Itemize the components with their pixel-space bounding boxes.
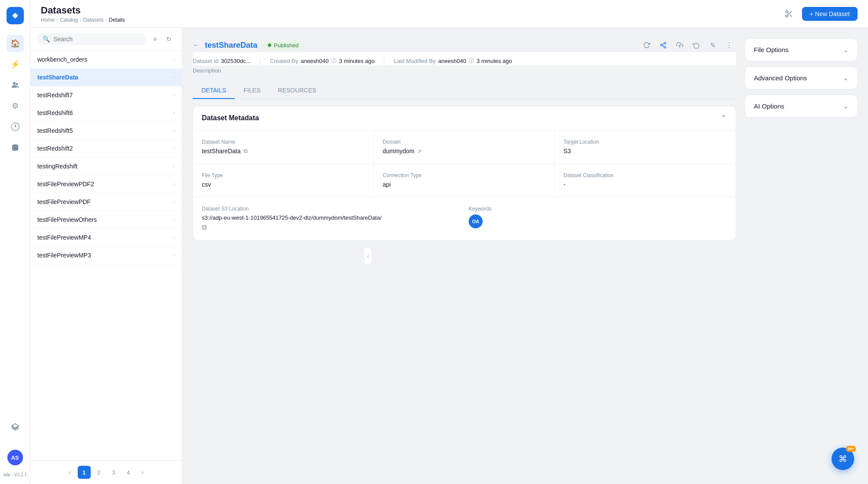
advanced-options-card: Advanced Options ⌄ [745, 66, 858, 89]
copy-s3-button[interactable]: ⧉ [202, 224, 207, 231]
svg-point-10 [661, 44, 662, 46]
nav-clock[interactable]: 🕐 [7, 118, 24, 135]
nav-groups[interactable] [7, 76, 24, 94]
sidebar-item-workbench-orders[interactable]: workbench_orders › [30, 51, 182, 69]
share-button[interactable] [656, 38, 670, 52]
page-next-button[interactable]: › [137, 466, 149, 478]
modified-time: 3 minutes ago [477, 58, 512, 64]
header-right: + New Dataset [781, 6, 858, 22]
sidebar-item-name: testShareData [37, 74, 78, 81]
sidebar-item-testing-redshift[interactable]: testingRedshift › [30, 158, 182, 175]
field-classification: Dataset Classification - [555, 164, 736, 197]
file-options-title: File Options [754, 46, 789, 53]
upload-button[interactable] [673, 38, 687, 52]
sidebar-item-file-preview-others[interactable]: testFilePreviewOthers › [30, 211, 182, 229]
page-prev-button[interactable]: ‹ [64, 466, 76, 478]
advanced-options-header[interactable]: Advanced Options ⌄ [745, 67, 857, 89]
chevron-right-icon: › [173, 163, 175, 169]
tab-files[interactable]: FILES [235, 82, 269, 99]
share-history-button[interactable] [640, 38, 654, 52]
sidebar-toggle-button[interactable]: ‹ [364, 247, 372, 265]
sidebar-item-name: testFilePreviewPDF [37, 198, 91, 205]
keywords-section: Keywords OA [469, 206, 727, 231]
page-3-button[interactable]: 3 [107, 466, 120, 479]
keywords-label: Keywords [469, 206, 727, 212]
external-link-icon[interactable]: ↗ [417, 148, 422, 155]
shortcut-icon: ⌘ [838, 454, 847, 464]
svg-line-7 [790, 15, 792, 17]
sidebar-item-name: testFilePreviewOthers [37, 216, 97, 223]
field-label: Domain [383, 139, 546, 145]
sidebar-item-test-share-data[interactable]: testShareData › [30, 69, 182, 86]
keywords-area: OA [469, 214, 727, 228]
chevron-right-icon: › [173, 74, 175, 80]
new-dataset-button[interactable]: + New Dataset [802, 7, 858, 21]
chevron-down-icon-2: ⌄ [843, 74, 848, 82]
sidebar-item-file-preview-mp3[interactable]: testFilePreviewMP3 › [30, 247, 182, 264]
dataset-title-link[interactable]: testShareData [205, 41, 257, 50]
sidebar-search-bar: 🔍 ≡ ↻ [30, 28, 182, 51]
sidebar-item-name: testingRedshift [37, 163, 78, 170]
breadcrumb-home[interactable]: Home [41, 17, 55, 23]
chevron-right-icon: › [173, 234, 175, 240]
dataset-header-section: ← testShareData Published [193, 38, 736, 74]
ai-options-header[interactable]: AI Options ⌄ [745, 95, 857, 117]
sidebar-item-file-preview-mp4[interactable]: testFilePreviewMP4 › [30, 229, 182, 247]
sidebar-item-file-preview-pdf2[interactable]: testFilePreviewPDF2 › [30, 175, 182, 193]
restore-button[interactable] [689, 38, 703, 52]
nav-home[interactable]: 🏠 [7, 35, 24, 52]
page-4-button[interactable]: 4 [122, 466, 135, 479]
svg-point-11 [664, 46, 666, 48]
app-logo [7, 7, 24, 24]
dataset-name-text: testShareData [202, 148, 241, 155]
ai-options-title: AI Options [754, 102, 784, 110]
tab-resources[interactable]: RESOURCES [269, 82, 325, 99]
description-row: Description [193, 66, 736, 74]
more-options-button[interactable]: ⋮ [722, 38, 736, 52]
filter-button[interactable]: ≡ [149, 33, 161, 45]
chevron-right-icon: › [173, 199, 175, 205]
user-avatar[interactable]: AS [7, 450, 23, 465]
tab-details[interactable]: DETAILS [193, 82, 235, 99]
info-icon: ⓘ [331, 57, 336, 65]
page-1-button[interactable]: 1 [78, 466, 91, 479]
field-label: Target Location [563, 139, 727, 145]
tabs-row: DETAILS FILES RESOURCES [193, 82, 736, 99]
svg-point-4 [786, 10, 788, 13]
breadcrumb-datasets[interactable]: Datasets [83, 17, 103, 23]
field-dataset-name: Dataset Name testShareData ⧉ [193, 130, 374, 164]
sidebar-item-name: workbench_orders [37, 56, 87, 63]
meta-modified-by: Last Modified By aneesh040 ⓘ 3 minutes a… [385, 57, 521, 65]
fab-button[interactable]: ⌘ 99+ [832, 448, 854, 470]
right-panel: File Options ⌄ Advanced Options ⌄ AI Opt… [745, 38, 858, 474]
back-arrow[interactable]: ← [193, 41, 200, 49]
sidebar-list: workbench_orders › testShareData › testR… [30, 51, 182, 460]
field-value: S3 [563, 148, 727, 155]
file-options-card: File Options ⌄ [745, 38, 858, 61]
search-wrap: 🔍 [37, 33, 145, 45]
sidebar-item-test-redshift5[interactable]: testRedshift5 › [30, 122, 182, 140]
refresh-button[interactable]: ↻ [163, 33, 175, 45]
modified-by-value: aneesh040 [438, 58, 466, 64]
published-badge: Published [263, 40, 304, 50]
edit-button[interactable]: ✎ [706, 38, 720, 52]
file-options-header[interactable]: File Options ⌄ [745, 39, 857, 61]
nav-analytics[interactable]: ⚡ [7, 56, 24, 73]
sidebar-item-test-redshift7[interactable]: testRedshift7 › [30, 86, 182, 104]
search-input[interactable] [53, 36, 140, 43]
nav-layers[interactable] [7, 418, 24, 436]
chevron-right-icon: › [173, 110, 175, 116]
copy-dataset-name-button[interactable]: ⧉ [243, 148, 247, 155]
nav-settings[interactable]: ⚙ [7, 97, 24, 115]
nav-database[interactable] [7, 139, 24, 156]
metadata-card-header: Dataset Metadata ⌃ [193, 106, 736, 130]
page-2-button[interactable]: 2 [92, 466, 105, 479]
field-value: dummydom ↗ [383, 148, 546, 155]
collapse-button[interactable]: ⌃ [720, 113, 727, 123]
sidebar-item-test-redshift2[interactable]: testRedshift2 › [30, 140, 182, 158]
chevron-down-icon-3: ⌄ [843, 102, 848, 110]
sidebar-item-test-redshift6[interactable]: testRedshift6 › [30, 104, 182, 122]
sidebar-item-file-preview-pdf[interactable]: testFilePreviewPDF › [30, 193, 182, 211]
scissors-button[interactable] [781, 6, 797, 22]
breadcrumb-catalog[interactable]: Catalog [60, 17, 78, 23]
